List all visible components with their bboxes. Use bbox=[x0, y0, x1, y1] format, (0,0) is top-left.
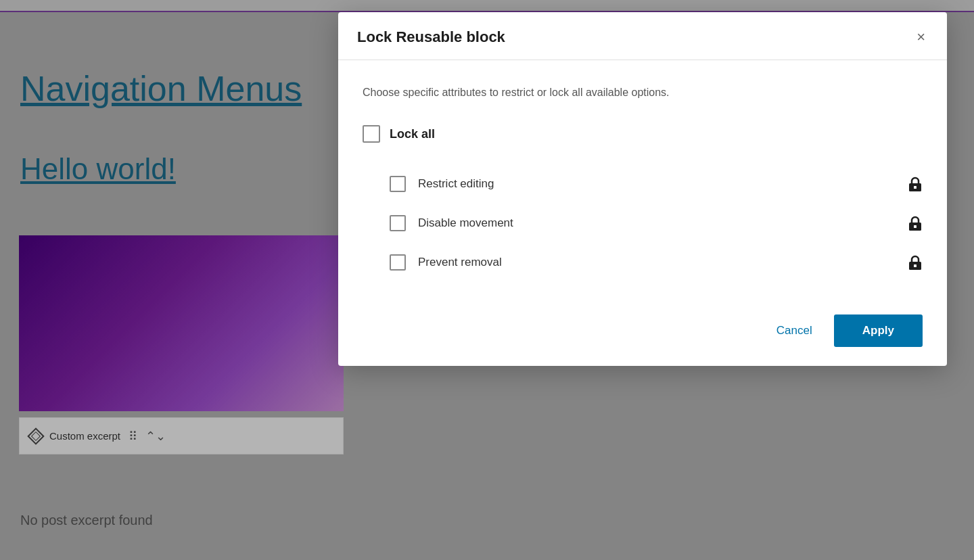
close-button[interactable]: × bbox=[914, 27, 928, 47]
options-list: Restrict editing Disable movement bbox=[390, 164, 923, 282]
modal-body: Choose specific attributes to restrict o… bbox=[338, 60, 947, 301]
modal-title: Lock Reusable block bbox=[357, 28, 505, 46]
prevent-removal-checkbox[interactable] bbox=[390, 254, 406, 271]
restrict-editing-label: Restrict editing bbox=[418, 177, 896, 191]
svg-rect-3 bbox=[914, 225, 917, 228]
lock-all-checkbox[interactable] bbox=[363, 125, 380, 143]
lock-reusable-block-modal: Lock Reusable block × Choose specific at… bbox=[338, 12, 947, 366]
disable-movement-lock-icon bbox=[908, 214, 923, 232]
modal-description: Choose specific attributes to restrict o… bbox=[363, 85, 923, 101]
disable-movement-row: Disable movement bbox=[390, 204, 923, 243]
restrict-editing-checkbox[interactable] bbox=[390, 176, 406, 192]
lock-all-row: Lock all bbox=[363, 125, 923, 143]
apply-button[interactable]: Apply bbox=[834, 314, 923, 347]
cancel-button[interactable]: Cancel bbox=[768, 319, 820, 343]
svg-rect-5 bbox=[914, 264, 917, 267]
prevent-removal-row: Prevent removal bbox=[390, 243, 923, 282]
prevent-removal-label: Prevent removal bbox=[418, 256, 896, 269]
modal-footer: Cancel Apply bbox=[338, 301, 947, 366]
disable-movement-label: Disable movement bbox=[418, 216, 896, 230]
restrict-editing-lock-icon bbox=[908, 175, 923, 193]
svg-rect-1 bbox=[914, 186, 917, 189]
lock-all-label: Lock all bbox=[390, 127, 435, 141]
restrict-editing-row: Restrict editing bbox=[390, 164, 923, 204]
prevent-removal-lock-icon bbox=[908, 254, 923, 271]
disable-movement-checkbox[interactable] bbox=[390, 215, 406, 231]
modal-header: Lock Reusable block × bbox=[338, 12, 947, 60]
